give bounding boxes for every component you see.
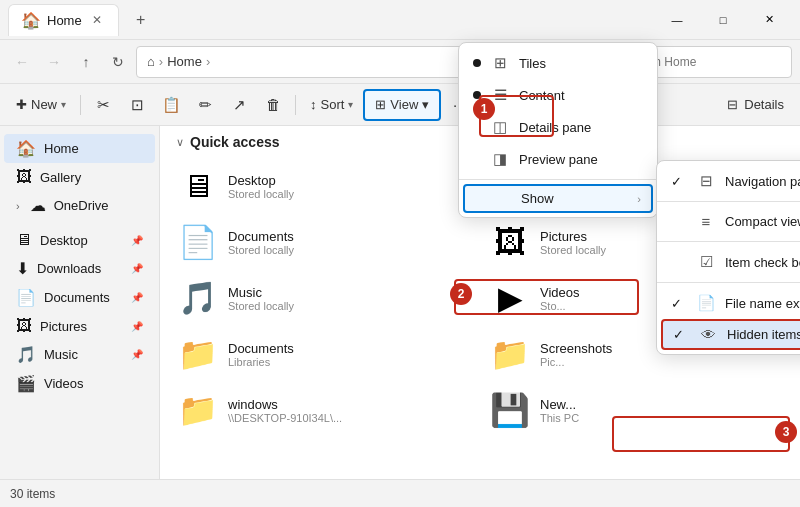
view-button[interactable]: ⊞ View ▾: [363, 89, 441, 121]
sidebar-item-music[interactable]: 🎵 Music 📌: [4, 340, 155, 369]
share-button[interactable]: ↗: [223, 89, 255, 121]
music-sidebar-icon: 🎵: [16, 345, 36, 364]
item-count: 30 items: [10, 487, 55, 501]
menu-item-show[interactable]: Show›: [463, 184, 653, 213]
sidebar-item-downloads[interactable]: ⬇ Downloads 📌: [4, 254, 155, 283]
rename-button[interactable]: ✏: [189, 89, 221, 121]
submenu-label: Navigation pane: [725, 174, 800, 189]
gallery-icon: 🖼: [16, 168, 32, 186]
submenu-label: Hidden items: [727, 327, 800, 342]
toolbar: ✚ New ▾ ✂ ⊡ 📋 ✏ ↗ 🗑 ↕ Sort ▾ ⊞ View ▾ ··…: [0, 84, 800, 126]
submenu-label: Item check boxes: [725, 255, 800, 270]
sidebar-item-videos[interactable]: 🎬 Videos: [4, 369, 155, 398]
tab-close-button[interactable]: ✕: [88, 11, 106, 29]
file-name: Documents: [228, 341, 294, 356]
expand-icon[interactable]: ∨: [176, 136, 184, 149]
details-button[interactable]: ⊟ Details: [719, 89, 792, 121]
menu-separator: [657, 282, 800, 283]
delete-button[interactable]: 🗑: [257, 89, 289, 121]
menu-item-tiles[interactable]: ⊞Tiles: [459, 47, 657, 79]
menu-separator: [657, 241, 800, 242]
menu-item-preview-pane[interactable]: ◨Preview pane: [459, 143, 657, 175]
new-tab-button[interactable]: +: [127, 6, 155, 34]
submenu-item-file-ext[interactable]: ✓📄File name extensions: [657, 287, 800, 319]
show-submenu: ✓⊟Navigation pane≡Compact view☑Item chec…: [656, 160, 800, 355]
new-icon: ✚: [16, 97, 27, 112]
file-item[interactable]: 📄 Documents Stored locally: [168, 214, 480, 270]
file-icon: 🎵: [178, 278, 218, 318]
address-bar: ← → ↑ ↻ ⌂ › Home › 🔍: [0, 40, 800, 84]
submenu-item-compact-view[interactable]: ≡Compact view: [657, 206, 800, 237]
submenu-item-hidden-items[interactable]: ✓👁Hidden items: [661, 319, 800, 350]
file-item[interactable]: 💾 New... This PC: [480, 382, 792, 438]
check-icon: ✓: [671, 296, 687, 311]
maximize-button[interactable]: □: [700, 4, 746, 36]
menu-icon: ◨: [491, 150, 509, 168]
file-icon: ▶: [490, 278, 530, 318]
title-bar-left: 🏠 Home ✕ +: [8, 4, 654, 36]
file-name: Screenshots: [540, 341, 612, 356]
submenu-icon: ≡: [697, 213, 715, 230]
file-sub: Libraries: [228, 356, 294, 368]
menu-label: Tiles: [519, 56, 546, 71]
new-button[interactable]: ✚ New ▾: [8, 89, 74, 121]
file-sub: Pic...: [540, 356, 612, 368]
videos-sidebar-icon: 🎬: [16, 374, 36, 393]
file-icon: 🖼: [490, 222, 530, 262]
file-icon: 📁: [490, 334, 530, 374]
file-icon: 🖥: [178, 166, 218, 206]
step-label-1: 1: [473, 98, 495, 120]
minimize-button[interactable]: —: [654, 4, 700, 36]
file-name: Pictures: [540, 229, 606, 244]
file-icon: 📄: [178, 222, 218, 262]
submenu-item-nav-pane[interactable]: ✓⊟Navigation pane: [657, 165, 800, 197]
window-controls: — □ ✕: [654, 4, 792, 36]
file-item[interactable]: 📁 Documents Libraries: [168, 326, 480, 382]
details-icon: ⊟: [727, 97, 738, 112]
menu-separator: [459, 179, 657, 180]
title-bar: 🏠 Home ✕ + — □ ✕: [0, 0, 800, 40]
menu-separator: [657, 201, 800, 202]
menu-label: Show: [521, 191, 554, 206]
file-name: Music: [228, 285, 294, 300]
forward-button[interactable]: →: [40, 48, 68, 76]
check-icon: ✓: [671, 174, 687, 189]
submenu-label: File name extensions: [725, 296, 800, 311]
separator-2: [295, 95, 296, 115]
file-item[interactable]: 🎵 Music Stored locally: [168, 270, 480, 326]
back-button[interactable]: ←: [8, 48, 36, 76]
menu-icon: ◫: [491, 118, 509, 136]
menu-icon: ☰: [491, 86, 509, 104]
file-sub: Stored locally: [228, 244, 294, 256]
status-bar: 30 items: [0, 479, 800, 507]
view-dropdown-menu: ⊞Tiles☰Content◫Details pane◨Preview pane…: [458, 42, 658, 218]
up-button[interactable]: ↑: [72, 48, 100, 76]
file-item[interactable]: 🖥 Desktop Stored locally: [168, 158, 480, 214]
submenu-label: Compact view: [725, 214, 800, 229]
sidebar-item-home[interactable]: 🏠 Home: [4, 134, 155, 163]
view-icon: ⊞: [375, 97, 386, 112]
home-tab-icon: 🏠: [21, 11, 41, 30]
sort-button[interactable]: ↕ Sort ▾: [302, 89, 361, 121]
submenu-icon: 👁: [699, 326, 717, 343]
documents-sidebar-icon: 📄: [16, 288, 36, 307]
menu-dot: [473, 59, 481, 67]
submenu-item-item-checkboxes[interactable]: ☑Item check boxes: [657, 246, 800, 278]
file-sub: Stored locally: [228, 300, 294, 312]
refresh-button[interactable]: ↻: [104, 48, 132, 76]
sidebar-item-documents[interactable]: 📄 Documents 📌: [4, 283, 155, 312]
sidebar-item-pictures[interactable]: 🖼 Pictures 📌: [4, 312, 155, 340]
copy-button[interactable]: ⊡: [121, 89, 153, 121]
submenu-arrow: ›: [637, 193, 641, 205]
sidebar-item-onedrive[interactable]: › ☁ OneDrive: [4, 191, 155, 220]
close-button[interactable]: ✕: [746, 4, 792, 36]
sidebar-item-gallery[interactable]: 🖼 Gallery: [4, 163, 155, 191]
pictures-sidebar-icon: 🖼: [16, 317, 32, 335]
cut-button[interactable]: ✂: [87, 89, 119, 121]
tab-home[interactable]: 🏠 Home ✕: [8, 4, 119, 36]
file-item[interactable]: 📁 windows \\DESKTOP-910I34L\...: [168, 382, 480, 438]
sidebar-item-desktop[interactable]: 🖥 Desktop 📌: [4, 226, 155, 254]
downloads-sidebar-icon: ⬇: [16, 259, 29, 278]
paste-button[interactable]: 📋: [155, 89, 187, 121]
onedrive-icon: ☁: [30, 196, 46, 215]
